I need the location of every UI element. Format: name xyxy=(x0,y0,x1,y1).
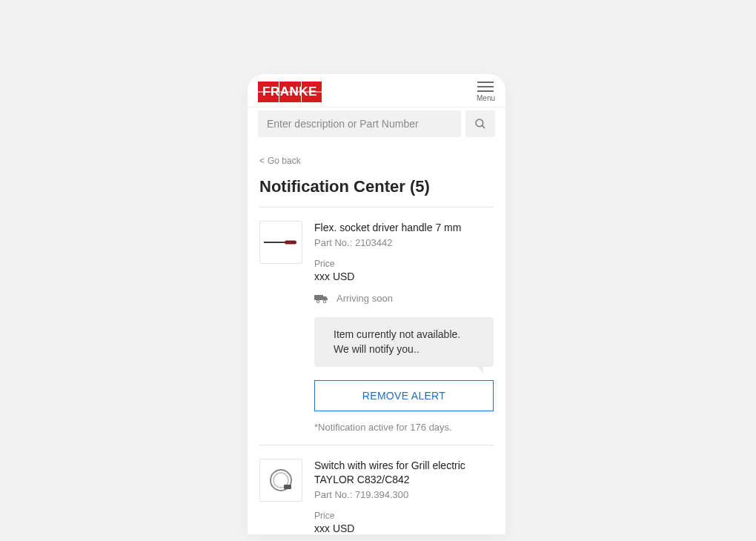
product-title: Switch with wires for Grill electric TAY… xyxy=(314,459,494,485)
price-value: xxx USD xyxy=(314,522,494,534)
svg-rect-3 xyxy=(285,241,296,245)
price-label: Price xyxy=(314,511,494,521)
mobile-frame: FRANKE Menu <Go back Notification Center… xyxy=(248,74,505,534)
search-button[interactable] xyxy=(465,110,495,137)
arriving-text: Arriving soon xyxy=(336,293,393,304)
brand-logo[interactable]: FRANKE xyxy=(258,82,322,102)
go-back-label: Go back xyxy=(268,156,301,166)
notification-footnote: *Notification active for 176 days. xyxy=(314,422,494,433)
svg-rect-2 xyxy=(264,242,285,243)
screwdriver-icon xyxy=(264,240,298,245)
svg-point-6 xyxy=(323,300,326,303)
notification-item: Flex. socket driver handle 7 mm Part No.… xyxy=(259,208,494,433)
page-title: Notification Center (5) xyxy=(259,177,494,196)
notification-item: Switch with wires for Grill electric TAY… xyxy=(259,445,494,534)
price-value: xxx USD xyxy=(314,270,494,282)
arriving-row: Arriving soon xyxy=(314,293,494,304)
product-details: Flex. socket driver handle 7 mm Part No.… xyxy=(314,221,494,433)
page-content: <Go back Notification Center (5) Flex. s… xyxy=(248,145,505,534)
svg-rect-4 xyxy=(314,295,323,300)
brand-text: FRANKE xyxy=(262,84,317,99)
svg-point-0 xyxy=(476,119,483,127)
hamburger-icon xyxy=(477,82,494,92)
product-details: Switch with wires for Grill electric TAY… xyxy=(314,459,494,534)
menu-button[interactable]: Menu xyxy=(477,82,495,102)
bubble-line: Item currently not available. xyxy=(334,328,477,342)
product-title: Flex. socket driver handle 7 mm xyxy=(314,221,494,234)
bubble-line: We will notify you.. xyxy=(334,342,477,357)
go-back-link[interactable]: <Go back xyxy=(259,156,301,166)
truck-icon xyxy=(314,294,329,303)
menu-label: Menu xyxy=(477,94,495,102)
switch-part-icon xyxy=(266,465,296,495)
svg-point-5 xyxy=(316,300,319,303)
app-header: FRANKE Menu xyxy=(248,74,505,107)
svg-line-1 xyxy=(483,126,485,128)
price-label: Price xyxy=(314,259,494,269)
search-icon xyxy=(474,117,487,130)
remove-alert-button[interactable]: REMOVE ALERT xyxy=(314,380,494,411)
product-thumbnail[interactable] xyxy=(259,221,302,264)
part-number: Part No.: 2103442 xyxy=(314,237,494,248)
chevron-left-icon: < xyxy=(259,156,265,166)
notification-bubble: Item currently not available. We will no… xyxy=(314,317,494,367)
part-number: Part No.: 719.394.300 xyxy=(314,489,494,500)
svg-rect-9 xyxy=(284,485,291,489)
search-bar xyxy=(248,107,505,145)
search-input[interactable] xyxy=(258,110,461,137)
product-thumbnail[interactable] xyxy=(259,459,302,502)
